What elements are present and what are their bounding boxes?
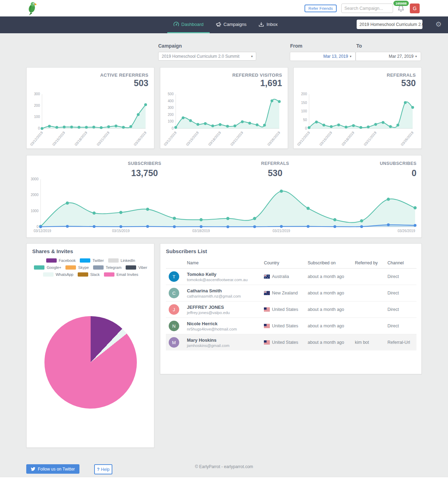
svg-text:03/21/2019: 03/21/2019 [363,131,377,147]
legend-item-facebook: Facebook [46,258,76,263]
speedometer-icon [173,21,179,27]
svg-text:200: 200 [301,92,307,96]
legend-label: Skype [78,265,89,270]
subscriber-row: NNicole Herricknr5hugs4love@hotmail.comU… [166,318,416,334]
svg-text:03/26/2019: 03/26/2019 [133,131,147,147]
svg-text:03/12/2019: 03/12/2019 [296,131,311,147]
svg-text:300: 300 [168,106,174,110]
country-flag-icon [264,274,270,279]
subscriber-country: United States [272,324,298,328]
subscriber-email: jamhoskins@gmail.com [187,343,264,348]
subscriber-avatar: T [169,271,179,282]
svg-text:200: 200 [168,113,174,117]
inbox-icon [258,21,264,27]
shares-pie-chart [44,316,137,409]
shares-legend: FacebookTwitterLinkedInGoogle+SkypeTeleg… [31,257,150,278]
subscriber-channel: Direct [387,291,416,295]
svg-text:03/26/2019: 03/26/2019 [400,131,414,147]
legend-label: Twitter [92,258,104,263]
legend-label: Google+ [47,265,61,270]
subscriber-country: United States [272,307,298,312]
svg-text:03/12/2019: 03/12/2019 [29,131,44,147]
subscriber-email: nr5hugs4love@hotmail.com [187,327,264,331]
referred-visitors-title: REFERRED VISITORS [232,72,282,78]
referred-visitors-value: 1,691 [260,78,282,88]
svg-text:03/21/2019: 03/21/2019 [273,229,290,233]
refer-friends-button[interactable]: Refer Friends [304,5,337,12]
chevron-down-icon: ▾ [350,55,351,58]
subscriber-channel: Direct [387,307,416,312]
svg-text:03/18/2019: 03/18/2019 [192,229,210,233]
legend-item-viber: Viber [126,265,147,270]
legend-label: LinkedIn [121,258,135,263]
subscriber-email: catharinasmith.nz@gmail.com [187,294,264,298]
to-date-picker[interactable]: Mar 27, 2019 ▾ [356,52,421,61]
search-input[interactable] [341,4,393,13]
settings-gear-icon[interactable]: ⚙ [435,20,442,28]
notifications: 165988 [398,3,405,14]
campaign-select-value: 2019 Homeschool Curriculum 2.0 Summit [162,54,239,59]
svg-text:03/21/2019: 03/21/2019 [96,131,110,147]
legend-item-whatsapp: WhatsApp [43,272,74,277]
tab-inbox[interactable]: Inbox [252,16,284,33]
subscriber-channel: Referral-Url [387,340,416,345]
tab-dashboard[interactable]: Dashboard [167,16,210,33]
subscribers-table: Name Country Subscribed on Referred by C… [166,258,416,350]
referred-visitors-card: REFERRED VISITORS 1,691 0100200300400500… [160,67,288,149]
legend-label: WhatsApp [56,272,74,277]
legend-swatch [93,265,104,270]
referrals-value: 530 [401,78,416,88]
svg-text:03/12/2019: 03/12/2019 [34,229,51,233]
legend-label: Facebook [59,258,76,263]
country-flag-icon [264,324,270,328]
legend-item-linkedin: LinkedIn [108,258,135,263]
column-subscribed-on: Subscribed on [308,260,355,265]
from-date-picker[interactable]: Mar 13, 2019 ▾ [290,52,356,61]
earlyparrot-logo[interactable] [27,1,38,15]
referrals-card: REFERRALS 530 05010015020003/12/201903/1… [293,67,422,149]
legend-item-twitter: Twitter [80,258,104,263]
svg-text:03/15/2019: 03/15/2019 [318,131,333,147]
legend-swatch [34,265,44,270]
svg-text:0: 0 [38,126,40,130]
bell-icon[interactable] [398,5,404,14]
legend-item-email-invites: Email Invites [104,272,138,277]
from-filter-label: From [290,43,302,49]
subscribed-on: about a month ago [308,324,355,328]
svg-text:03/18/2019: 03/18/2019 [341,131,355,147]
subscriber-country: New Zealand [272,291,298,295]
subscriber-name: Catharina Smith [187,288,264,293]
svg-text:03/15/2019: 03/15/2019 [51,131,66,147]
tab-campaigns[interactable]: Campaigns [210,16,253,33]
country-flag-icon [264,340,270,345]
svg-text:03/15/2019: 03/15/2019 [185,131,200,147]
subscriber-avatar: C [169,288,179,298]
user-avatar[interactable]: G [410,4,420,13]
svg-text:400: 400 [168,99,174,103]
referrals-chart: 05010015020003/12/201903/15/201903/18/20… [294,90,418,148]
active-referrers-value: 503 [134,78,148,88]
subscriber-row: TTomoko Kellytomokok@ascentfootwear.com.… [166,269,416,285]
unsubscribes-stat-label: UNSUBSCRIBES [340,161,416,166]
svg-text:50: 50 [303,118,307,122]
legend-swatch [43,272,54,277]
active-referrers-card: ACTIVE REFERRERS 503 010020030003/12/201… [26,67,154,149]
subscribed-on: about a month ago [308,340,355,345]
shares-invites-card: Shares & Invites FacebookTwitterLinkedIn… [26,243,154,448]
subscribed-on: about a month ago [308,307,355,312]
tab-campaigns-label: Campaigns [224,22,247,27]
campaign-dropdown-nav[interactable]: 2019 Homeschool Curriculum 2.0 Sur ▾ [357,20,422,29]
legend-item-skype: Skype [65,265,89,270]
svg-text:100: 100 [301,109,307,113]
shares-invites-title: Shares & Invites [32,248,73,254]
subscribed-on: about a month ago [308,274,355,279]
tab-inbox-label: Inbox [266,22,278,27]
legend-swatch [46,258,57,263]
parrot-icon [27,1,38,15]
referred-by: kim bot [355,340,387,345]
campaign-select[interactable]: 2019 Homeschool Curriculum 2.0 Summit ▾ [158,52,256,61]
subscriber-row: MMary Hoskinsjamhoskins@gmail.comUnited … [166,334,416,350]
chevron-down-icon: ▾ [415,55,417,58]
legend-swatch [78,272,88,277]
svg-text:2000: 2000 [31,193,39,197]
